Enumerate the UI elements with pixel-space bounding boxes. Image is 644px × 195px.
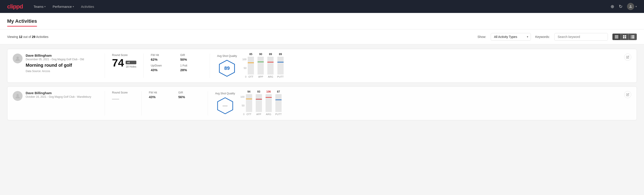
svg-rect-11 bbox=[631, 36, 632, 37]
bar-value-arg: 89 bbox=[269, 53, 272, 56]
svg-rect-12 bbox=[632, 36, 634, 37]
holes-text: 18 Holes bbox=[126, 65, 136, 68]
avg-shot-quality-label: Avg Shot Quality bbox=[217, 54, 237, 58]
bar-value-ott: 94 bbox=[248, 90, 250, 93]
svg-point-17 bbox=[16, 94, 19, 96]
bar-group-putt: 87 PUTT bbox=[275, 90, 282, 116]
svg-rect-7 bbox=[623, 37, 624, 38]
list-compact-view-button[interactable] bbox=[612, 34, 621, 40]
chevron-down-icon: ▾ bbox=[73, 5, 74, 8]
hexagon: 89 bbox=[218, 59, 236, 77]
one-putt-label: 1 Putt bbox=[180, 64, 202, 67]
bar-label-arg: ARG bbox=[266, 113, 271, 116]
bar-value-putt: 87 bbox=[277, 90, 280, 93]
fw-hit-label: FW Hit bbox=[151, 54, 173, 57]
logo[interactable]: clippd bbox=[7, 3, 23, 10]
nav-right-actions: ⊕ ↻ ▾ bbox=[610, 3, 637, 10]
y-axis-mid: 50 bbox=[244, 67, 246, 70]
bar-fill-arg bbox=[266, 97, 272, 112]
card-left: Dave Billingham October 16, 2021 - Gog M… bbox=[13, 91, 98, 101]
round-score-label: Round Score bbox=[112, 54, 136, 57]
activity-type-select[interactable]: All Activity Types Round Practice bbox=[491, 33, 531, 40]
bar-container-ott bbox=[248, 57, 254, 74]
bars-container: 94 OTT 93 bbox=[246, 96, 282, 116]
bar-fill-putt bbox=[275, 100, 282, 112]
bar-container-ott bbox=[246, 94, 252, 112]
bars-container: 85 OTT 90 bbox=[248, 58, 284, 78]
svg-rect-13 bbox=[631, 38, 632, 38]
hexagon: — bbox=[216, 97, 234, 115]
nav-item-activities[interactable]: Activities bbox=[81, 4, 94, 9]
hexagon-wrap: — bbox=[215, 97, 235, 115]
page-header: My Activities bbox=[0, 13, 644, 30]
data-source: Data Source: Arccos bbox=[26, 70, 98, 73]
svg-rect-1 bbox=[615, 35, 618, 36]
hexagon-wrap: 89 bbox=[217, 59, 237, 77]
user-info: Dave Billingham December 05, 2021 - Gog … bbox=[26, 54, 98, 73]
bar-value-arg: 106 bbox=[266, 90, 271, 93]
bar-container-arg bbox=[267, 57, 274, 74]
svg-rect-3 bbox=[615, 37, 618, 38]
bar-value-app: 93 bbox=[257, 90, 260, 93]
y-axis-bot: 0 bbox=[243, 113, 244, 116]
avatar bbox=[13, 54, 22, 63]
score-badge: +4 bbox=[126, 61, 136, 64]
gir-label: GIR bbox=[178, 91, 200, 94]
up-down-value: 43% bbox=[151, 68, 173, 72]
avatar[interactable] bbox=[627, 3, 634, 10]
bar-group-ott: 94 OTT bbox=[246, 90, 252, 116]
edit-button[interactable] bbox=[624, 91, 631, 98]
svg-rect-5 bbox=[623, 35, 624, 36]
nav-item-performance[interactable]: Performance ▾ bbox=[53, 4, 74, 9]
bar-group-app: 90 APP bbox=[258, 53, 264, 78]
round-score-value: — bbox=[112, 95, 119, 102]
activity-type-select-wrapper: All Activity Types Round Practice bbox=[491, 33, 531, 40]
fw-hit-label: FW Hit bbox=[149, 91, 171, 94]
user-menu[interactable]: ▾ bbox=[627, 3, 637, 10]
y-axis-bot: 0 bbox=[245, 76, 246, 78]
bar-group-app: 93 APP bbox=[256, 90, 262, 116]
card-divider bbox=[144, 54, 144, 78]
user-date: December 05, 2021 - Gog Magog Golf Club … bbox=[26, 58, 98, 61]
nav-item-teams[interactable]: Teams ▾ bbox=[34, 4, 46, 9]
user-name: Dave Billingham bbox=[26, 91, 98, 95]
y-axis-top: 100 bbox=[240, 96, 244, 98]
gir-stat: GIR 56% bbox=[178, 91, 200, 99]
list-detail-view-button[interactable] bbox=[628, 34, 637, 40]
bar-label-ott: OTT bbox=[246, 113, 252, 116]
bar-container-putt bbox=[275, 94, 282, 112]
bar-value-ott: 85 bbox=[250, 53, 252, 56]
gir-stat: GIR 50% bbox=[180, 54, 202, 61]
search-input[interactable] bbox=[554, 33, 608, 40]
bar-value-app: 90 bbox=[259, 53, 262, 56]
bar-group-arg: 106 ARG bbox=[266, 90, 272, 116]
avg-shot-quality-section: Avg Shot Quality — 100 50 0 bbox=[215, 91, 619, 116]
svg-point-15 bbox=[16, 56, 19, 59]
refresh-icon[interactable]: ↻ bbox=[619, 4, 622, 9]
user-info: Dave Billingham October 16, 2021 - Gog M… bbox=[26, 91, 98, 100]
edit-button[interactable] bbox=[624, 54, 631, 61]
avg-shot-quality-section: Avg Shot Quality 89 100 50 bbox=[217, 54, 619, 78]
add-circle-icon[interactable]: ⊕ bbox=[610, 4, 614, 9]
card-divider bbox=[208, 91, 208, 116]
grid-view-button[interactable] bbox=[621, 34, 628, 40]
y-axis-mid: 50 bbox=[242, 104, 244, 107]
up-down-label: Up/Down bbox=[151, 64, 173, 67]
bar-label-arg: ARG bbox=[268, 76, 273, 78]
svg-rect-10 bbox=[632, 35, 634, 36]
svg-rect-2 bbox=[615, 36, 618, 36]
round-score-stat: Round Score 74 +4 18 Holes bbox=[112, 54, 136, 68]
bar-group-arg: 89 ARG bbox=[267, 53, 274, 78]
hexagon-value: — bbox=[223, 103, 228, 109]
score-detail: +4 18 Holes bbox=[126, 61, 136, 68]
card-divider bbox=[105, 91, 105, 116]
bar-label-app: APP bbox=[258, 76, 263, 78]
round-score-stat: Round Score — bbox=[112, 91, 134, 102]
one-putt-stat: 1 Putt 28% bbox=[180, 64, 202, 72]
page-title-underline bbox=[7, 26, 37, 26]
bar-label-ott: OTT bbox=[248, 76, 253, 78]
card-divider bbox=[142, 91, 142, 116]
page-title: My Activities bbox=[7, 18, 37, 24]
svg-rect-6 bbox=[625, 35, 626, 36]
secondary-stats: FW Hit 43% GIR 56% bbox=[149, 91, 200, 99]
